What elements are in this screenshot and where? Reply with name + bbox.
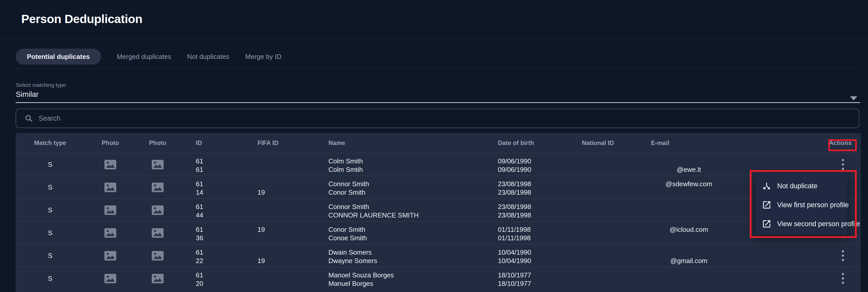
tab-potential-duplicates[interactable]: Potential duplicates bbox=[16, 49, 101, 64]
name-cell: Connor SmithConor Smith bbox=[313, 176, 485, 199]
menu-item-view-first-person[interactable]: View first person profile bbox=[762, 197, 847, 213]
name-cell: Conor SmithConoe Smith bbox=[313, 222, 485, 244]
email-cell: @ewe.lt bbox=[635, 153, 743, 176]
kebab-menu-icon[interactable] bbox=[840, 249, 845, 263]
header-fifa-id: FIFA ID bbox=[241, 139, 313, 147]
caret-down-icon[interactable] bbox=[850, 96, 857, 100]
header-divider bbox=[0, 40, 868, 40]
header-photo-second: Photo bbox=[136, 139, 180, 147]
fifa-id-cell: 19 bbox=[241, 176, 313, 199]
national-id-cell bbox=[566, 199, 635, 221]
table-body: S 6161 Colm SmithColm Smtih 09/06/199009… bbox=[16, 153, 861, 290]
name-cell: Manoel Souza BorgesManuel Borges bbox=[313, 267, 485, 290]
photo-placeholder-icon bbox=[104, 274, 116, 283]
photo-cell-second bbox=[136, 199, 180, 221]
search-icon bbox=[24, 114, 33, 123]
match-type-cell: S bbox=[16, 267, 85, 290]
photo-cell-second bbox=[136, 222, 180, 244]
split-arrows-icon bbox=[762, 181, 772, 191]
menu-item-not-duplicate[interactable]: Not duplicate bbox=[762, 178, 847, 194]
kebab-menu-icon[interactable] bbox=[840, 157, 845, 171]
header-email: E-mail bbox=[635, 139, 743, 147]
dob-cell: 10/04/199010/04/1990 bbox=[485, 244, 566, 267]
fifa-id-cell bbox=[241, 199, 313, 221]
table-row: S 6136 19 Conor SmithConoe Smith 01/11/1… bbox=[16, 221, 861, 244]
dob-cell: 09/06/199009/06/1990 bbox=[485, 153, 566, 176]
tab-bar: Potential duplicates Merged duplicates N… bbox=[16, 49, 281, 64]
name-cell: Colm SmithColm Smtih bbox=[313, 153, 485, 176]
email-cell: @icloud.com bbox=[635, 222, 743, 244]
search-input[interactable] bbox=[39, 109, 859, 127]
header-name: Name bbox=[313, 139, 485, 147]
tabs-divider bbox=[16, 68, 861, 69]
national-id-cell bbox=[566, 222, 635, 244]
dob-cell: 23/08/199823/08/1998 bbox=[485, 199, 566, 221]
header-national-id: National ID bbox=[566, 139, 635, 147]
header-id: ID bbox=[180, 139, 241, 147]
email-cell: @sdewfew.com bbox=[635, 176, 743, 199]
matching-type-select[interactable]: Similar bbox=[16, 90, 39, 98]
name-cell: Connor SmithCONNOR LAURENCE SMITH bbox=[313, 199, 485, 221]
name-cell: Dwain SomersDwayne Somers bbox=[313, 244, 485, 267]
photo-placeholder-icon bbox=[152, 274, 163, 283]
fifa-id-cell bbox=[241, 267, 313, 290]
external-link-icon bbox=[762, 200, 772, 210]
photo-cell-first bbox=[85, 199, 136, 221]
table-row: S 6144 Connor SmithCONNOR LAURENCE SMITH… bbox=[16, 199, 861, 221]
id-cell: 6122 bbox=[180, 244, 241, 267]
fifa-id-cell: 19 bbox=[241, 222, 313, 244]
external-link-icon bbox=[762, 219, 772, 229]
national-id-cell bbox=[566, 267, 635, 290]
table-row: S 6122 19 Dwain SomersDwayne Somers 10/0… bbox=[16, 244, 861, 267]
email-cell: @gmail.com bbox=[635, 244, 743, 267]
match-type-cell: S bbox=[16, 176, 85, 199]
id-cell: 6144 bbox=[180, 199, 241, 221]
menu-item-label: Not duplicate bbox=[777, 182, 817, 190]
match-type-cell: S bbox=[16, 153, 85, 176]
photo-cell-second bbox=[136, 176, 180, 199]
matching-type-underline bbox=[16, 102, 860, 103]
photo-cell-first bbox=[85, 153, 136, 176]
id-cell: 6161 bbox=[180, 153, 241, 176]
photo-placeholder-icon bbox=[104, 251, 116, 261]
photo-placeholder-icon bbox=[104, 205, 116, 215]
id-cell: 6114 bbox=[180, 176, 241, 199]
dob-cell: 23/08/199823/08/1998 bbox=[485, 176, 566, 199]
actions-cell bbox=[743, 244, 861, 267]
photo-cell-first bbox=[85, 267, 136, 290]
email-cell bbox=[635, 267, 743, 290]
photo-placeholder-icon bbox=[152, 251, 163, 261]
email-cell bbox=[635, 199, 743, 221]
photo-placeholder-icon bbox=[152, 160, 163, 169]
match-type-cell: S bbox=[16, 244, 85, 267]
header-photo-first: Photo bbox=[85, 139, 136, 147]
photo-placeholder-icon bbox=[104, 183, 116, 192]
dob-cell: 01/11/199801/11/1998 bbox=[485, 222, 566, 244]
match-type-cell: S bbox=[16, 222, 85, 244]
photo-cell-second bbox=[136, 244, 180, 267]
actions-context-menu: Not duplicate View first person profile … bbox=[756, 173, 847, 235]
table-row: S 6161 Colm SmithColm Smtih 09/06/199009… bbox=[16, 153, 861, 176]
actions-cell bbox=[743, 153, 861, 176]
kebab-menu-icon[interactable] bbox=[840, 271, 845, 285]
table-header-row: Match type Photo Photo ID FIFA ID Name D… bbox=[16, 133, 861, 153]
person-deduplication-page: { "page": { "title": "Person Deduplicati… bbox=[0, 0, 868, 292]
match-type-cell: S bbox=[16, 199, 85, 221]
national-id-cell bbox=[566, 153, 635, 176]
tab-merge-by-id[interactable]: Merge by ID bbox=[245, 53, 282, 61]
menu-item-label: View second person profile bbox=[777, 220, 860, 228]
header-actions: Actions bbox=[743, 139, 861, 147]
fifa-id-cell bbox=[241, 153, 313, 176]
id-cell: 6136 bbox=[180, 222, 241, 244]
header-date-of-birth: Date of birth bbox=[485, 139, 566, 147]
table-row: S 6120 Manoel Souza BorgesManuel Borges … bbox=[16, 267, 861, 290]
tab-not-duplicates[interactable]: Not duplicates bbox=[187, 53, 229, 61]
tab-merged-duplicates[interactable]: Merged duplicates bbox=[117, 53, 171, 61]
menu-item-label: View first person profile bbox=[777, 201, 849, 209]
photo-placeholder-icon bbox=[152, 183, 163, 192]
menu-item-view-second-person[interactable]: View second person profile bbox=[762, 216, 847, 232]
photo-placeholder-icon bbox=[104, 228, 116, 238]
page-title: Person Deduplication bbox=[21, 12, 142, 26]
header-match-type: Match type bbox=[16, 139, 85, 147]
table-row: S 6114 19 Connor SmithConor Smith 23/08/… bbox=[16, 176, 861, 199]
